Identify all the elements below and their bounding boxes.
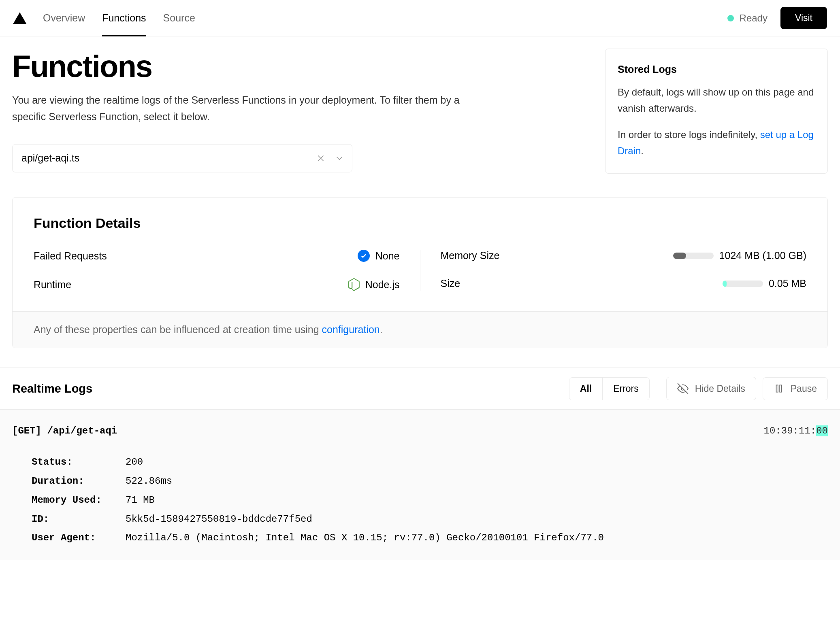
details-grid: Failed Requests None Runtime Node.js bbox=[34, 250, 806, 291]
log-value: 5kk5d-1589427550819-bddcde77f5ed bbox=[126, 510, 828, 529]
status-dot-icon bbox=[727, 15, 734, 21]
detail-value: Node.js bbox=[365, 279, 400, 291]
left-column: Functions You are viewing the realtime l… bbox=[12, 49, 498, 172]
detail-label: Runtime bbox=[34, 279, 71, 291]
nav-tab-functions[interactable]: Functions bbox=[102, 0, 146, 36]
filter-all-button[interactable]: All bbox=[569, 378, 602, 400]
realtime-logs-title: Realtime Logs bbox=[12, 382, 92, 395]
nav-tab-source[interactable]: Source bbox=[163, 0, 195, 36]
topbar-left: Overview Functions Source bbox=[13, 0, 195, 36]
status-text: Ready bbox=[740, 13, 768, 24]
log-filter-toggle: All Errors bbox=[569, 377, 650, 400]
log-path: /api/get-aqi bbox=[47, 425, 117, 436]
log-key: Status: bbox=[32, 453, 126, 472]
detail-value: 0.05 MB bbox=[769, 278, 806, 289]
topbar-right: Ready Visit bbox=[727, 7, 827, 29]
log-output: [GET] /api/get-aqi 10:39:11:00 Status: 2… bbox=[0, 410, 840, 560]
stored-logs-card: Stored Logs By default, logs will show u… bbox=[605, 49, 828, 174]
detail-value: 1024 MB (1.00 GB) bbox=[719, 250, 806, 261]
selector-icons bbox=[316, 153, 345, 164]
log-timestamp: 10:39:11:00 bbox=[764, 422, 828, 441]
logo-icon bbox=[13, 12, 27, 24]
pause-button[interactable]: Pause bbox=[763, 377, 828, 400]
log-details-block: Status: 200 Duration: 522.86ms Memory Us… bbox=[12, 453, 828, 548]
stored-logs-p1: By default, logs will show up on this pa… bbox=[618, 84, 815, 116]
detail-label: Memory Size bbox=[441, 250, 500, 261]
realtime-section: Realtime Logs All Errors Hide Details Pa… bbox=[0, 368, 840, 560]
detail-failed-requests: Failed Requests None bbox=[34, 250, 400, 262]
nodejs-icon bbox=[348, 278, 360, 291]
details-col-left: Failed Requests None Runtime Node.js bbox=[34, 250, 420, 291]
stored-logs-p2: In order to store logs indefinitely, set… bbox=[618, 127, 815, 159]
nav-tab-overview[interactable]: Overview bbox=[43, 0, 85, 36]
eye-off-icon bbox=[677, 383, 689, 394]
function-selector-value: api/get-aqi.ts bbox=[21, 152, 79, 164]
log-key: ID: bbox=[32, 510, 126, 529]
size-progress-bar bbox=[723, 280, 763, 287]
log-row-id: ID: 5kk5d-1589427550819-bddcde77f5ed bbox=[32, 510, 828, 529]
chevron-down-icon[interactable] bbox=[334, 153, 345, 164]
configuration-link[interactable]: configuration bbox=[322, 324, 380, 335]
log-value: 71 MB bbox=[126, 491, 828, 510]
realtime-logs-bar: Realtime Logs All Errors Hide Details Pa… bbox=[0, 368, 840, 410]
detail-label: Size bbox=[441, 278, 461, 289]
check-circle-icon bbox=[358, 250, 370, 262]
log-method: [GET] bbox=[12, 425, 41, 436]
log-value: Mozilla/5.0 (Macintosh; Intel Mac OS X 1… bbox=[126, 529, 828, 548]
log-row-duration: Duration: 522.86ms bbox=[32, 472, 828, 491]
filter-errors-button[interactable]: Errors bbox=[602, 378, 649, 400]
details-body: Function Details Failed Requests None Ru bbox=[13, 198, 827, 311]
topbar: Overview Functions Source Ready Visit bbox=[0, 0, 840, 36]
detail-memory-size: Memory Size 1024 MB (1.00 GB) bbox=[441, 250, 807, 261]
content: Functions You are viewing the realtime l… bbox=[0, 36, 840, 348]
details-footer: Any of these properties can be influence… bbox=[13, 311, 827, 348]
svg-rect-1 bbox=[780, 385, 781, 392]
page-title: Functions bbox=[12, 49, 498, 84]
svg-rect-0 bbox=[776, 385, 778, 392]
memory-progress-bar bbox=[673, 253, 714, 259]
visit-button[interactable]: Visit bbox=[780, 7, 827, 29]
stored-logs-title: Stored Logs bbox=[618, 64, 815, 75]
divider bbox=[658, 380, 658, 397]
details-title: Function Details bbox=[34, 215, 806, 231]
log-key: Memory Used: bbox=[32, 491, 126, 510]
detail-runtime: Runtime Node.js bbox=[34, 278, 400, 291]
status-chip: Ready bbox=[727, 13, 768, 24]
function-selector[interactable]: api/get-aqi.ts bbox=[12, 144, 352, 172]
top-row: Functions You are viewing the realtime l… bbox=[12, 49, 828, 174]
log-value: 522.86ms bbox=[126, 472, 828, 491]
details-col-right: Memory Size 1024 MB (1.00 GB) Size 0.05 … bbox=[420, 250, 807, 291]
log-key: Duration: bbox=[32, 472, 126, 491]
logs-bar-controls: All Errors Hide Details Pause bbox=[569, 377, 828, 400]
log-row-user-agent: User Agent: Mozilla/5.0 (Macintosh; Inte… bbox=[32, 529, 828, 548]
function-details-card: Function Details Failed Requests None Ru bbox=[12, 197, 828, 348]
log-value: 200 bbox=[126, 453, 828, 472]
clear-icon[interactable] bbox=[316, 153, 326, 164]
detail-value: None bbox=[375, 250, 400, 262]
log-key: User Agent: bbox=[32, 529, 126, 548]
pause-icon bbox=[774, 383, 784, 394]
page-subtitle: You are viewing the realtime logs of the… bbox=[12, 92, 478, 125]
detail-size: Size 0.05 MB bbox=[441, 278, 807, 289]
nav-tabs: Overview Functions Source bbox=[43, 0, 195, 36]
hide-details-button[interactable]: Hide Details bbox=[666, 377, 756, 400]
log-header-line: [GET] /api/get-aqi 10:39:11:00 bbox=[12, 422, 828, 441]
log-row-memory: Memory Used: 71 MB bbox=[32, 491, 828, 510]
detail-label: Failed Requests bbox=[34, 250, 107, 262]
log-row-status: Status: 200 bbox=[32, 453, 828, 472]
